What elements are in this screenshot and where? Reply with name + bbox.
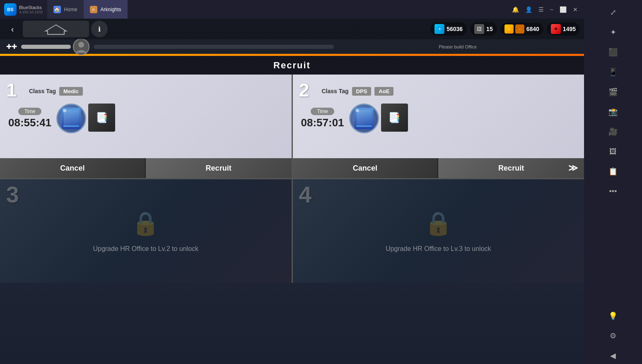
slot-2-tag-dps[interactable]: DPS	[352, 87, 372, 96]
slot-4-lock-text: Upgrade HR Office to Lv.3 to unlock	[386, 245, 491, 253]
slot-1-time-label: Time	[18, 108, 41, 115]
tab-home-label: Home	[64, 7, 77, 12]
slot-1-time-value: 08:55:41	[8, 116, 51, 129]
slot-4-locked-content: 4 🔒 Upgrade HR Office to Lv.3 to unlock	[293, 179, 584, 283]
slot-4-number: 4	[299, 183, 318, 206]
sidebar-screenshot-icon[interactable]: 📸	[605, 104, 621, 120]
sidebar-settings-icon[interactable]: ⚙	[605, 328, 621, 344]
svg-marker-0	[46, 25, 66, 34]
slot-2-item-icons: 📑	[349, 104, 408, 133]
slot-1-item-inner	[62, 108, 81, 129]
recruit-slot-2: 2 Class Tag DPS AoE Time 08:57:01	[293, 75, 584, 178]
slot-1-time-box: Time 08:55:41	[8, 108, 51, 129]
minimize-button[interactable]: −	[550, 6, 553, 13]
avatar	[73, 39, 89, 55]
slot-1-number: 1	[6, 81, 25, 99]
svg-point-1	[78, 42, 84, 48]
titlebar: BS BlueStacks 4.150.10.1032 🏠 Home ⚔ Ark…	[0, 0, 584, 19]
sidebar-more-icon[interactable]: •••	[605, 183, 621, 200]
window-controls: 🔔 👤 ☰ − ⬜ ✕	[512, 6, 584, 13]
slot-1-header: 1 Class Tag Medic	[0, 75, 292, 101]
slot-3-lock-text: Upgrade HR Office to Lv.2 to unlock	[93, 245, 198, 253]
notification-icon[interactable]: 🔔	[512, 6, 519, 13]
close-button[interactable]: ✕	[573, 6, 578, 13]
currency-icon: 💠	[434, 24, 444, 34]
sidebar-gallery-icon[interactable]: 🖼	[605, 143, 621, 160]
home-button[interactable]	[23, 21, 89, 37]
info-button[interactable]: ℹ	[91, 21, 108, 37]
slot-3-lock-icon: 🔒	[131, 210, 160, 237]
slot-2-number: 2	[299, 81, 318, 99]
sidebar-light-icon[interactable]: 💡	[605, 308, 621, 324]
sidebar-back-icon[interactable]: ◀	[605, 347, 621, 364]
slot-2-tags: Class Tag DPS AoE	[322, 87, 394, 96]
gold-value: 6840	[526, 26, 539, 32]
slot-1-class-tag-label: Class Tag	[29, 88, 56, 94]
slot-1-tag-medic[interactable]: Medic	[59, 87, 83, 96]
app-logo: BS BlueStacks 4.150.10.1032	[0, 3, 47, 16]
slot-2-item-inner	[355, 108, 374, 129]
xp-bar	[21, 45, 71, 49]
slot-1-item-chip	[56, 104, 86, 133]
back-button[interactable]: ‹	[4, 21, 21, 37]
sidebar-record-icon[interactable]: 🎬	[605, 84, 621, 100]
gold-resource: ⚡ 🔸 6840	[500, 23, 543, 35]
recruit-slots-grid: 1 Class Tag Medic Time 08:55:41	[0, 75, 584, 283]
tab-arknights-label: Arknights	[101, 7, 121, 12]
slot-2-cancel-button[interactable]: Cancel	[293, 158, 439, 178]
gold-icon: ⚡	[504, 24, 514, 34]
xp-bar-fill	[94, 45, 334, 49]
slot-2-time-items: Time 08:57:01 📑	[293, 101, 584, 137]
app-version: 4.150.10.1032	[19, 10, 43, 14]
slot-2-class-tag-label: Class Tag	[322, 88, 349, 94]
slot-1-cancel-button[interactable]: Cancel	[0, 158, 146, 178]
red-value: 1495	[563, 26, 576, 32]
photo-resource: 🖼 15	[470, 22, 497, 36]
slot-1-recruit-button[interactable]: Recruit	[146, 158, 292, 178]
sidebar-screen-icon[interactable]: ⬛	[605, 44, 621, 60]
maximize-button[interactable]: ⬜	[560, 6, 567, 13]
tab-arknights[interactable]: ⚔ Arknights	[84, 0, 128, 19]
slot-2-buttons: Cancel Recruit	[293, 158, 584, 178]
slot-4-lock-icon: 🔒	[424, 210, 453, 237]
slot-1-item-book: 📑	[88, 104, 115, 132]
recruit-title-bar: Recruit	[0, 56, 584, 75]
menu-icon[interactable]: ☰	[538, 6, 544, 13]
red-resource: ✦ 1495	[547, 22, 580, 36]
tab-home[interactable]: 🏠 Home	[47, 0, 84, 19]
slot-3-number: 3	[6, 183, 25, 206]
sidebar-camera-icon[interactable]: 🎥	[605, 123, 621, 140]
sidebar-clipboard-icon[interactable]: 📋	[605, 163, 621, 180]
user-icon[interactable]: 👤	[525, 6, 532, 13]
currency-resource: 💠 56036	[430, 22, 467, 36]
recruit-slot-4: 4 🔒 Upgrade HR Office to Lv.3 to unlock	[293, 179, 584, 283]
slot-1-buttons: Cancel Recruit	[0, 158, 292, 178]
add-xp-button[interactable]: ✚✚	[6, 43, 17, 51]
photo-value: 15	[486, 26, 493, 32]
right-sidebar: ⤢ ✦ ⬛ 📱 🎬 📸 🎥 🖼 📋 ••• 💡 ⚙ ◀	[584, 0, 642, 364]
progress-area: ✚✚ Please build Office	[0, 39, 584, 54]
slot-2-header: 2 Class Tag DPS AoE	[293, 75, 584, 101]
slot-3-locked-content: 3 🔒 Upgrade HR Office to Lv.2 to unlock	[0, 179, 292, 283]
slot-2-time-box: Time 08:57:01	[301, 108, 344, 129]
slot-2-time-value: 08:57:01	[301, 116, 344, 129]
sidebar-phone-icon[interactable]: 📱	[605, 64, 621, 80]
red-icon: ✦	[551, 24, 561, 34]
slot-2-recruit-button[interactable]: Recruit	[438, 158, 584, 178]
sidebar-expand-icon[interactable]: ⤢	[605, 4, 621, 21]
sidebar-gesture-icon[interactable]: ✦	[605, 24, 621, 41]
slot-2-item-chip	[349, 104, 379, 133]
slot-2-time-label: Time	[311, 108, 334, 115]
slot-2-item-book: 📑	[381, 104, 408, 132]
app-name: BlueStacks	[19, 5, 43, 10]
slot-1-tags: Class Tag Medic	[29, 87, 83, 96]
recruit-slot-1: 1 Class Tag Medic Time 08:55:41	[0, 75, 292, 178]
currency-value: 56036	[447, 26, 463, 32]
page-title: Recruit	[273, 60, 311, 71]
bluestacks-icon: BS	[4, 3, 17, 16]
slot-1-time-items: Time 08:55:41 📑	[0, 101, 292, 137]
recruit-slot-3: 3 🔒 Upgrade HR Office to Lv.2 to unlock	[0, 179, 292, 283]
gold-icon2: 🔸	[515, 24, 524, 34]
slot-2-tag-aoe[interactable]: AoE	[374, 87, 393, 96]
office-build-text: Please build Office	[338, 44, 578, 49]
